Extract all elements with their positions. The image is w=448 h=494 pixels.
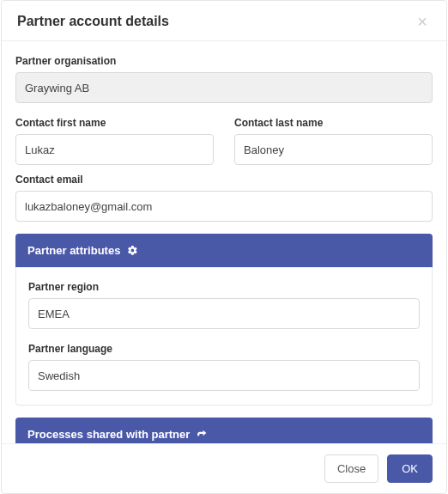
modal-dialog: Partner account details × Partner organi… (1, 0, 447, 494)
modal-body: Partner organisation Contact first name … (2, 41, 446, 443)
share-icon (197, 429, 208, 440)
region-label: Partner region (28, 281, 420, 293)
org-input (15, 72, 433, 103)
processes-title: Processes shared with partner (27, 428, 190, 441)
close-button[interactable]: Close (324, 454, 378, 483)
last-name-label: Contact last name (234, 117, 433, 129)
gear-icon (127, 245, 138, 256)
processes-band[interactable]: Processes shared with partner (15, 418, 433, 443)
last-name-input[interactable] (234, 134, 433, 165)
first-name-input[interactable] (15, 134, 214, 165)
email-label: Contact email (15, 174, 433, 186)
partner-attributes-title: Partner attributes (27, 244, 120, 257)
partner-attributes-body: Partner region Partner language (15, 267, 433, 406)
modal-title: Partner account details (17, 14, 169, 29)
modal-header: Partner account details × (2, 1, 446, 41)
region-input[interactable] (28, 298, 420, 329)
language-label: Partner language (28, 343, 420, 355)
partner-attributes-band[interactable]: Partner attributes (15, 234, 433, 267)
modal-footer: Close OK (2, 443, 446, 493)
ok-button[interactable]: OK (387, 454, 433, 483)
close-icon[interactable]: × (414, 13, 431, 30)
email-input[interactable] (15, 191, 433, 222)
org-label: Partner organisation (15, 55, 433, 67)
first-name-label: Contact first name (15, 117, 214, 129)
language-input[interactable] (28, 360, 420, 391)
